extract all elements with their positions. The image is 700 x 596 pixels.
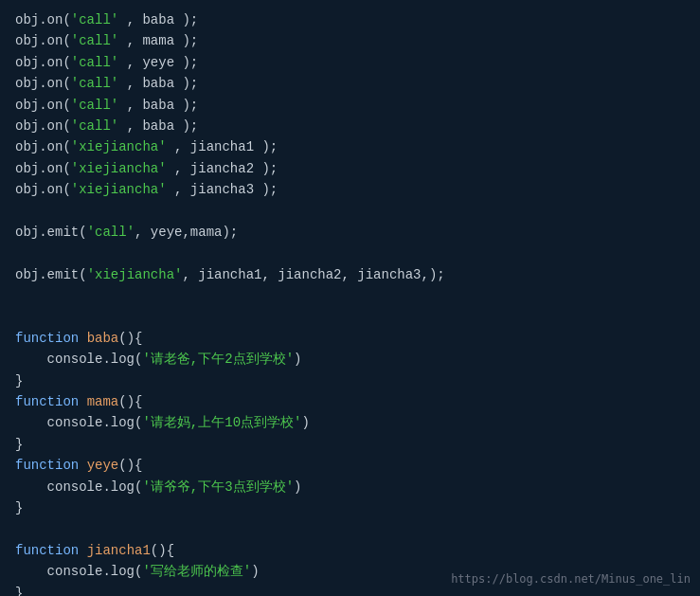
code-line: console.log('请老爸,下午2点到学校'): [15, 349, 685, 370]
code-line: [15, 306, 685, 327]
code-line: obj.on('xiejiancha' , jiancha1 );: [15, 136, 685, 157]
code-line: [15, 201, 685, 222]
code-content: obj.on('call' , baba );obj.on('call' , m…: [15, 9, 685, 596]
code-line: obj.on('call' , mama );: [15, 30, 685, 51]
code-line: function mama(){: [15, 391, 685, 412]
code-line: obj.on('call' , baba );: [15, 116, 685, 136]
code-line: [15, 243, 685, 263]
code-line: obj.emit('call', yeye,mama);: [15, 222, 685, 243]
code-line: console.log('请爷爷,下午3点到学校'): [15, 477, 685, 497]
code-line: obj.on('call' , yeye );: [15, 52, 685, 73]
code-line: [15, 518, 685, 539]
code-line: }: [15, 497, 685, 518]
code-line: obj.on('call' , baba );: [15, 73, 685, 94]
code-line: }: [15, 370, 685, 391]
code-editor: obj.on('call' , baba );obj.on('call' , m…: [0, 0, 700, 596]
code-line: obj.on('call' , baba );: [15, 9, 685, 30]
code-line: console.log('请老妈,上午10点到学校'): [15, 412, 685, 433]
code-line: obj.on('xiejiancha' , jiancha3 );: [15, 179, 685, 200]
code-line: obj.emit('xiejiancha', jiancha1, jiancha…: [15, 264, 685, 285]
watermark: https://blog.csdn.net/Minus_one_lin: [451, 570, 691, 588]
code-line: function jiancha1(){: [15, 540, 685, 561]
code-line: [15, 285, 685, 306]
code-line: function baba(){: [15, 328, 685, 349]
code-line: function yeye(){: [15, 455, 685, 476]
code-line: obj.on('call' , baba );: [15, 95, 685, 116]
code-line: obj.on('xiejiancha' , jiancha2 );: [15, 158, 685, 179]
code-line: }: [15, 434, 685, 455]
